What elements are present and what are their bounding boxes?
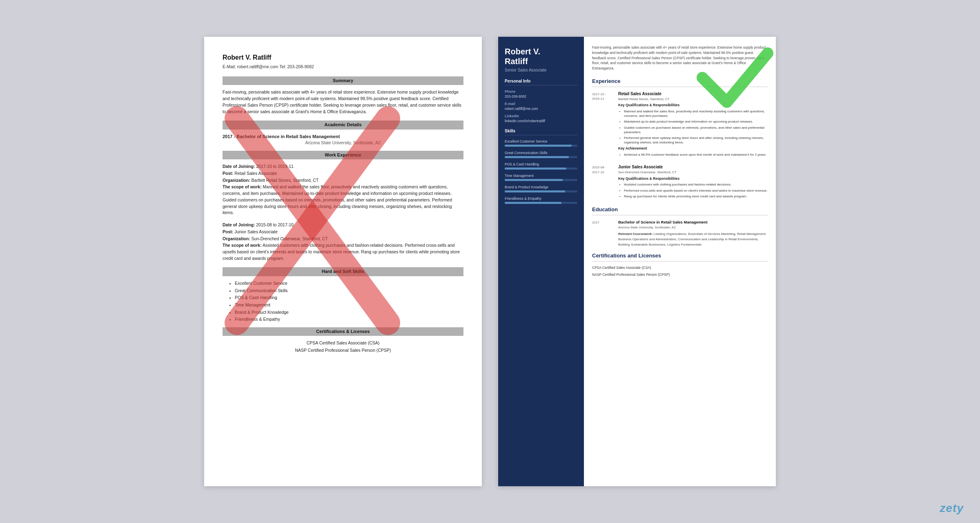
right-exp2-qual-label: Key Qualifications & Responsibilities — [618, 177, 768, 181]
left-skills-list: Excellent Customer Service Great Communi… — [223, 280, 463, 322]
left-skill-1: Excellent Customer Service — [235, 280, 463, 286]
right-phone-label: Phone — [505, 89, 577, 94]
left-work2-desc: The scope of work: Assisted customers wi… — [223, 242, 463, 262]
left-edu-year-degree: 2017 - Bachelor of Science in Retail Sal… — [223, 134, 463, 140]
right-email-value: robert.ratliff@me.com — [505, 107, 577, 111]
left-contact: E-Mail: robert.ratliff@me.com Tel: 203-2… — [223, 64, 463, 70]
right-personal-info-title: Personal Info — [505, 79, 577, 85]
right-cert-2: NASP Certified Professional Sales Person… — [592, 273, 768, 277]
right-edu1-school: Arizona State University, Scottsdale, AZ — [618, 225, 768, 230]
right-certs-title: Certifications and Licenses — [592, 252, 768, 262]
right-exp-1: 2017-10 -2019-11 Retail Sales Associate … — [592, 91, 768, 159]
right-exp2-bullets: Assisted customers with clothing purchas… — [618, 182, 768, 199]
resume-left: Robert V. Ratliff E-Mail: robert.ratliff… — [204, 37, 482, 486]
right-experience-title: Experience — [592, 78, 768, 87]
left-cert-2: NASP Certified Professional Sales Person… — [223, 347, 463, 353]
left-work-entry-1: Date of Joining: 2017-10 to 2019-11 Post… — [223, 163, 463, 216]
left-education-entry: 2017 - Bachelor of Science in Retail Sal… — [223, 134, 463, 146]
left-certs-title: Certifications & Licenses — [223, 327, 463, 336]
right-edu-1: 2017 Bachelor of Science in Retail Sales… — [592, 219, 768, 247]
left-cert-1: CPSA Certified Sales Associate (CSA) — [223, 340, 463, 346]
right-exp-2: 2015-08 -2017-10 Junior Sales Associate … — [592, 164, 768, 200]
right-education-title: Education — [592, 206, 768, 215]
right-name: Robert V.Ratliff — [505, 47, 577, 66]
left-skill-3: POS & Cash Handling — [235, 295, 463, 301]
right-phone-value: 203-208-9082 — [505, 94, 577, 98]
resume-right: Robert V.Ratliff Senior Sales Associate … — [498, 37, 776, 486]
left-skills-title: Hard and Soft Skills — [223, 267, 463, 276]
main-container: Robert V. Ratliff E-Mail: robert.ratliff… — [0, 20, 980, 503]
left-summary-text: Fast-moving, personable sales associate … — [223, 89, 463, 115]
right-edu1-degree: Bachelor of Science in Retail Sales Mana… — [618, 219, 768, 225]
left-work-title: Work Experience — [223, 151, 463, 159]
right-exp2-company: Sun-Drenched Outerwear, Stamford, CT — [618, 170, 768, 174]
right-main: Fast-moving, personable sales associate … — [584, 37, 776, 486]
right-exp1-company: Bartlett Retail Stores, Stamford, CT — [618, 97, 768, 101]
right-linkedin-label: LinkedIn — [505, 114, 577, 118]
right-exp2-title: Junior Sales Associate — [618, 164, 768, 170]
right-skill-1: Excellent Customer Service — [505, 139, 577, 147]
left-work1-post: Post: Retail Sales Associate — [223, 170, 463, 177]
right-exp1-title: Retail Sales Associate — [618, 91, 768, 97]
right-exp1-achieve-label: Key Achievement — [618, 146, 768, 151]
right-exp1-bullets: Manned and walked the sales floor, proac… — [618, 109, 768, 145]
left-academic-title: Academic Details — [223, 121, 463, 129]
left-work-entry-2: Date of Joining: 2015-08 to 2017-10 Post… — [223, 222, 463, 262]
right-edu1-coursework-label: Relevant Coursework: — [618, 232, 654, 236]
right-linkedin-value: linkedin.com/in/robertratliff — [505, 119, 577, 123]
left-skill-6: Friendliness & Empathy — [235, 316, 463, 322]
right-skill-3: POS & Cash Handling — [505, 162, 577, 170]
left-work1-desc: The scope of work: Manned and walked the… — [223, 184, 463, 216]
right-summary-text: Fast-moving, personable sales associate … — [592, 45, 768, 71]
left-edu-school: Arizona State University, Scottsdale, AZ — [223, 140, 463, 146]
left-summary-title: Summary — [223, 76, 463, 85]
right-exp1-qual-label: Key Qualifications & Responsibilities — [618, 103, 768, 108]
zety-watermark: zety — [940, 502, 964, 515]
left-skill-2: Great Communication Skills — [235, 288, 463, 294]
right-email-label: E-mail — [505, 102, 577, 106]
right-cert-1: CPSA Certified Sales Associate (CSA) — [592, 266, 768, 270]
right-skill-6: Friendliness & Empathy — [505, 197, 577, 204]
right-skills-title: Skills — [505, 129, 577, 135]
right-skill-2: Great Communication Skills — [505, 151, 577, 158]
left-work1-date: Date of Joining: 2017-10 to 2019-11 — [223, 163, 463, 170]
right-sidebar: Robert V.Ratliff Senior Sales Associate … — [498, 37, 584, 486]
right-skill-5: Brand & Product Knowledge — [505, 185, 577, 192]
left-work2-post: Post: Junior Sales Associate — [223, 229, 463, 235]
right-exp1-achieve-bullets: Achieved a 98.5% customer feedback score… — [618, 152, 768, 157]
left-name: Robert V. Ratliff — [223, 53, 463, 62]
left-skill-5: Brand & Product Knowledge — [235, 309, 463, 315]
left-work2-org: Organization: Sun-Drenched Outerwear, St… — [223, 236, 463, 242]
right-title: Senior Sales Associate — [505, 68, 577, 72]
right-skill-4: Time Management — [505, 174, 577, 181]
left-work2-date: Date of Joining: 2015-08 to 2017-10 — [223, 222, 463, 228]
left-skill-4: Time Management — [235, 302, 463, 308]
left-work1-org: Organization: Bartlett Retail Stores, St… — [223, 177, 463, 183]
